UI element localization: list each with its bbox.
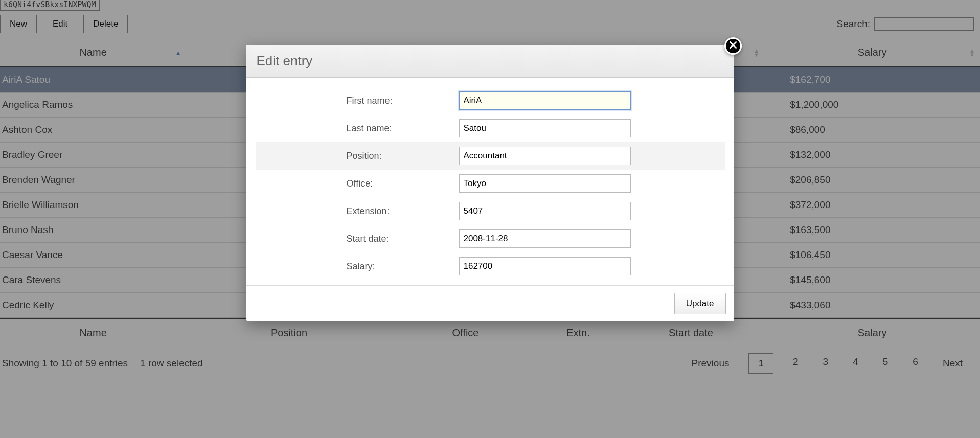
modal-title: Edit entry — [246, 45, 734, 78]
start-date-label: Start date: — [347, 234, 459, 244]
extension-input[interactable] — [459, 202, 631, 220]
edit-entry-modal: Edit entry First name: Last name: Positi… — [246, 45, 734, 321]
salary-input[interactable] — [459, 257, 631, 275]
office-label: Office: — [347, 178, 459, 189]
position-input[interactable] — [459, 147, 631, 165]
salary-label: Salary: — [347, 261, 459, 272]
last-name-label: Last name: — [347, 123, 459, 134]
first-name-input[interactable] — [459, 91, 631, 110]
update-button[interactable]: Update — [674, 293, 726, 314]
start-date-input[interactable] — [459, 229, 631, 248]
office-input[interactable] — [459, 174, 631, 193]
first-name-label: First name: — [347, 96, 459, 106]
close-icon — [730, 41, 737, 51]
close-modal-button[interactable] — [724, 37, 742, 55]
extension-label: Extension: — [347, 206, 459, 217]
position-label: Position: — [347, 151, 459, 162]
last-name-input[interactable] — [459, 119, 631, 137]
